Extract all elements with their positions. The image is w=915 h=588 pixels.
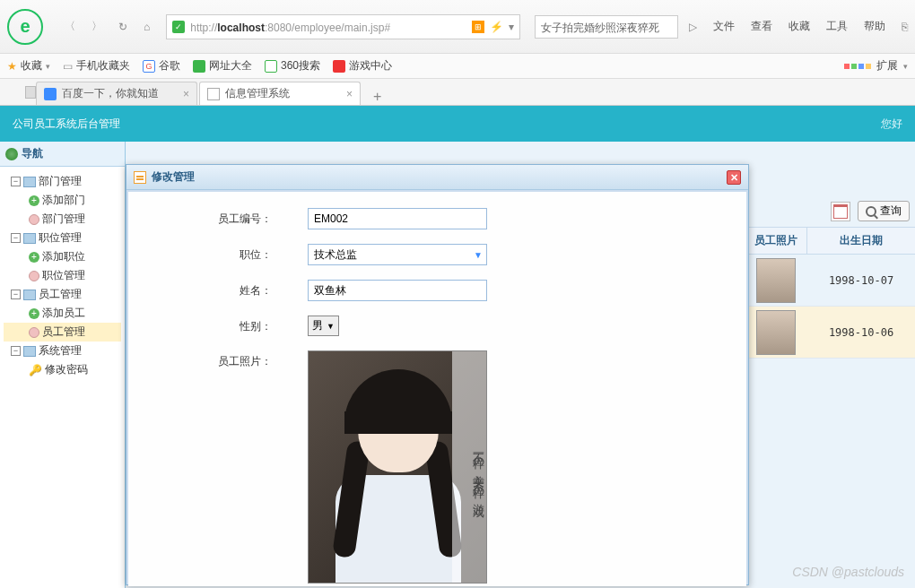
cabinet-icon[interactable]: ⎘ [902, 21, 908, 33]
add-icon: + [29, 195, 39, 206]
tree-dept[interactable]: −部门管理 [4, 172, 121, 191]
home-button[interactable]: ⌂ [140, 17, 153, 37]
bm-mobile[interactable]: ▭手机收藏夹 [63, 58, 130, 74]
menu-file[interactable]: 文件 [713, 19, 735, 34]
edit-icon [134, 171, 146, 184]
user-icon [29, 271, 39, 281]
globe-icon [5, 148, 18, 160]
label-id: 员工编号： [146, 208, 308, 227]
tab-mis[interactable]: 信息管理系统 × [199, 82, 361, 105]
user-greeting: 您好 [881, 117, 902, 132]
close-icon[interactable]: × [346, 88, 353, 100]
dialog-title-bar[interactable]: 修改管理 ✕ [126, 165, 748, 190]
query-button[interactable]: 查询 [858, 201, 910, 221]
tree-emp-mgr[interactable]: 员工管理 [4, 323, 121, 342]
favorites-button[interactable]: ★收藏▾ [7, 58, 50, 74]
user-icon [29, 214, 39, 225]
tree-pos-add[interactable]: +添加职位 [4, 247, 121, 266]
table-header: 员工照片 出生日期 [745, 227, 915, 255]
tab-label: 百度一下，你就知道 [62, 86, 159, 101]
forward-button[interactable]: 〉 [88, 15, 106, 38]
play-icon[interactable]: ▷ [689, 21, 697, 33]
dialog-title: 修改管理 [152, 169, 195, 185]
data-table-partial: 查询 员工照片 出生日期 1998-10-07 1998-10-06 [745, 195, 915, 359]
bm-360[interactable]: 360搜索 [265, 58, 320, 74]
add-icon: + [29, 252, 39, 263]
key-icon: 🔑 [29, 364, 42, 376]
photo-caption: 不一样の美女 不一样の游戏 [452, 351, 486, 583]
folder-icon [23, 233, 36, 244]
tree-dept-add[interactable]: +添加部门 [4, 191, 121, 210]
chevron-down-icon: ▼ [474, 250, 483, 260]
menu-view[interactable]: 查看 [751, 19, 772, 34]
page-header: 公司员工系统后台管理 您好 [0, 106, 915, 142]
tab-baidu[interactable]: 百度一下，你就知道 × [36, 82, 197, 105]
birth-date: 1998-10-06 [807, 326, 915, 339]
label-gender: 性别： [146, 316, 308, 334]
edit-dialog: 修改管理 ✕ 员工编号： 职位： 技术总监 ▼ 姓名： 性别： 男 ▼ 员工照片… [126, 164, 749, 585]
tree-emp[interactable]: −员工管理 [4, 285, 121, 304]
tree-pos[interactable]: −职位管理 [4, 229, 121, 247]
news-ticker[interactable]: 女子拍完婚纱照深夜猝死 [535, 15, 678, 39]
name-input[interactable] [308, 280, 487, 301]
page-icon [207, 88, 220, 100]
menu-tools[interactable]: 工具 [826, 19, 848, 34]
nav-title: 导航 [0, 142, 125, 167]
bm-sites[interactable]: 网址大全 [193, 58, 252, 74]
col-birth: 出生日期 [807, 228, 915, 254]
folder-icon [23, 346, 36, 357]
close-button[interactable]: ✕ [727, 170, 741, 185]
gender-select[interactable]: 男 ▼ [308, 316, 339, 336]
position-select[interactable]: 技术总监 ▼ [308, 244, 487, 265]
chevron-down-icon: ▼ [327, 322, 335, 331]
page-title: 公司员工系统后台管理 [13, 117, 120, 132]
new-tab-button[interactable]: + [362, 89, 392, 105]
baidu-icon [44, 88, 57, 100]
date-picker-button[interactable] [831, 202, 850, 221]
employee-photo: 不一样の美女 不一样の游戏 [308, 350, 487, 584]
table-row[interactable]: 1998-10-07 [745, 255, 915, 307]
top-menu: ▷ 文件 查看 收藏 工具 帮助 ⎘ [689, 19, 908, 34]
tree-emp-add[interactable]: +添加员工 [4, 304, 121, 323]
select-value: 男 [312, 318, 323, 333]
tree-dept-mgr[interactable]: 部门管理 [4, 210, 121, 229]
employee-id-input[interactable] [308, 208, 487, 229]
dialog-body: 员工编号： 职位： 技术总监 ▼ 姓名： 性别： 男 ▼ 员工照片： [128, 192, 746, 586]
folder-icon [23, 290, 36, 300]
tab-pin-icon[interactable] [25, 86, 36, 99]
nav-panel: 导航 −部门管理 +添加部门 部门管理 −职位管理 +添加职位 职位管理 −员工… [0, 142, 126, 588]
nav-controls: 〈 〉 ↻ ⌂ [61, 15, 153, 38]
lock-icon: ✓ [172, 21, 185, 33]
ext-grid-icon [844, 64, 871, 69]
tree-sys[interactable]: −系统管理 [4, 342, 121, 360]
tree-pos-mgr[interactable]: 职位管理 [4, 266, 121, 285]
tabs-bar: 百度一下，你就知道 × 信息管理系统 × + [0, 79, 915, 106]
avatar [756, 310, 796, 355]
qr-icon[interactable]: ⊞ [472, 21, 484, 33]
search-icon [866, 206, 876, 217]
select-value: 技术总监 [314, 247, 357, 263]
menu-help[interactable]: 帮助 [864, 19, 885, 34]
bm-games[interactable]: 游戏中心 [333, 58, 392, 74]
back-button[interactable]: 〈 [61, 15, 79, 38]
menu-favorites[interactable]: 收藏 [789, 19, 810, 34]
extensions-button[interactable]: 扩展 [876, 58, 898, 74]
folder-icon [23, 177, 36, 187]
user-icon [29, 327, 39, 338]
table-row[interactable]: 1998-10-06 [745, 307, 915, 359]
tree-sys-pwd[interactable]: 🔑修改密码 [4, 360, 121, 379]
address-bar[interactable]: ✓ http://localhost:8080/employee/main.js… [166, 14, 520, 39]
browser-chrome: e 〈 〉 ↻ ⌂ ✓ http://localhost:8080/employ… [0, 0, 915, 54]
tab-label: 信息管理系统 [225, 86, 290, 101]
browser-logo-icon: e [7, 9, 43, 45]
bolt-icon[interactable]: ⚡ [490, 21, 503, 33]
reload-button[interactable]: ↻ [115, 17, 131, 37]
label-position: 职位： [146, 244, 308, 263]
close-icon[interactable]: × [183, 88, 189, 100]
label-photo: 员工照片： [146, 350, 308, 369]
birth-date: 1998-10-07 [807, 274, 915, 287]
dropdown-icon[interactable]: ▾ [509, 21, 514, 33]
add-icon: + [29, 308, 39, 319]
url-text: http://localhost:8080/employee/main.jsp# [190, 20, 390, 34]
bm-google[interactable]: G谷歌 [143, 58, 180, 74]
